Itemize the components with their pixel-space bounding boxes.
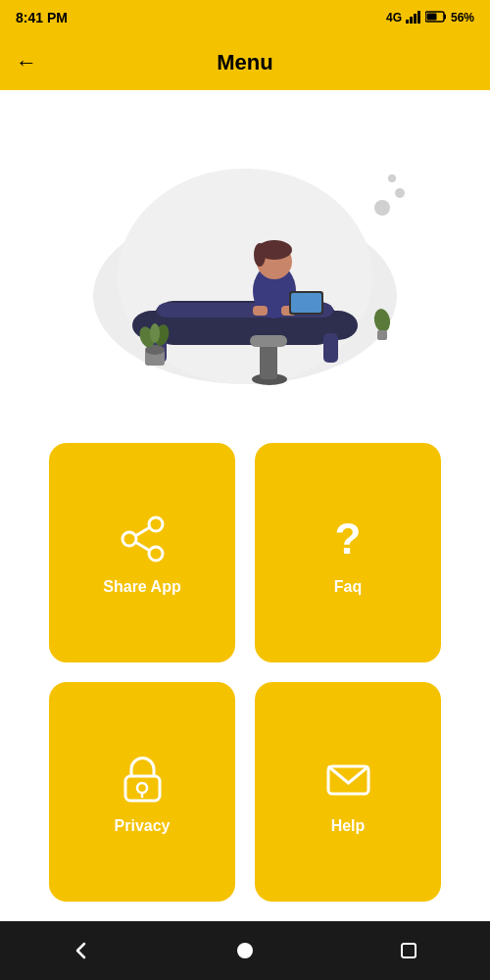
bottom-nav bbox=[0, 921, 490, 980]
help-button[interactable]: Help bbox=[255, 682, 441, 902]
svg-point-32 bbox=[150, 323, 160, 343]
svg-point-37 bbox=[149, 547, 163, 561]
faq-button[interactable]: ? Faq bbox=[255, 443, 441, 662]
back-nav-button[interactable] bbox=[57, 926, 106, 975]
svg-rect-0 bbox=[406, 20, 409, 24]
help-label: Help bbox=[331, 817, 366, 835]
battery-icon bbox=[425, 11, 447, 25]
privacy-label: Privacy bbox=[115, 817, 171, 835]
svg-rect-3 bbox=[417, 11, 420, 24]
svg-rect-2 bbox=[414, 14, 416, 24]
share-app-label: Share App bbox=[103, 578, 180, 596]
mail-icon bbox=[318, 749, 377, 808]
share-icon bbox=[113, 510, 172, 568]
status-time: 8:41 PM bbox=[16, 10, 68, 25]
svg-rect-24 bbox=[253, 306, 268, 316]
home-nav-button[interactable] bbox=[220, 926, 270, 975]
svg-rect-1 bbox=[410, 17, 413, 24]
svg-point-9 bbox=[374, 200, 390, 216]
svg-rect-34 bbox=[377, 330, 387, 340]
back-button[interactable]: ← bbox=[16, 50, 37, 75]
svg-rect-27 bbox=[291, 293, 321, 313]
question-icon: ? bbox=[318, 510, 377, 568]
battery-percent: 56% bbox=[451, 11, 474, 24]
share-app-button[interactable]: Share App bbox=[49, 443, 235, 662]
svg-point-23 bbox=[254, 243, 266, 267]
svg-rect-16 bbox=[323, 333, 338, 363]
network-icon: 4G bbox=[386, 11, 402, 24]
svg-line-39 bbox=[135, 542, 150, 551]
svg-line-38 bbox=[135, 527, 150, 536]
recents-nav-button[interactable] bbox=[384, 926, 433, 975]
header: ← Menu bbox=[0, 35, 490, 90]
status-icons: 4G 56% bbox=[386, 10, 474, 26]
svg-point-45 bbox=[237, 943, 253, 958]
svg-rect-46 bbox=[402, 944, 416, 957]
illustration-area bbox=[0, 90, 490, 423]
faq-label: Faq bbox=[334, 578, 362, 596]
svg-point-35 bbox=[149, 517, 163, 531]
svg-point-42 bbox=[137, 783, 147, 793]
svg-rect-5 bbox=[444, 14, 446, 19]
signal-icon bbox=[406, 10, 421, 26]
svg-point-36 bbox=[122, 532, 136, 546]
svg-point-10 bbox=[395, 188, 405, 198]
svg-rect-19 bbox=[250, 335, 287, 347]
lock-icon bbox=[113, 749, 172, 808]
svg-point-11 bbox=[388, 174, 396, 182]
privacy-button[interactable]: Privacy bbox=[49, 682, 235, 902]
svg-rect-6 bbox=[426, 13, 436, 20]
header-title: Menu bbox=[0, 50, 490, 75]
status-bar: 8:41 PM 4G 56% bbox=[0, 0, 490, 35]
menu-grid: Share App ? Faq Privacy bbox=[0, 423, 490, 921]
svg-text:?: ? bbox=[334, 514, 361, 563]
